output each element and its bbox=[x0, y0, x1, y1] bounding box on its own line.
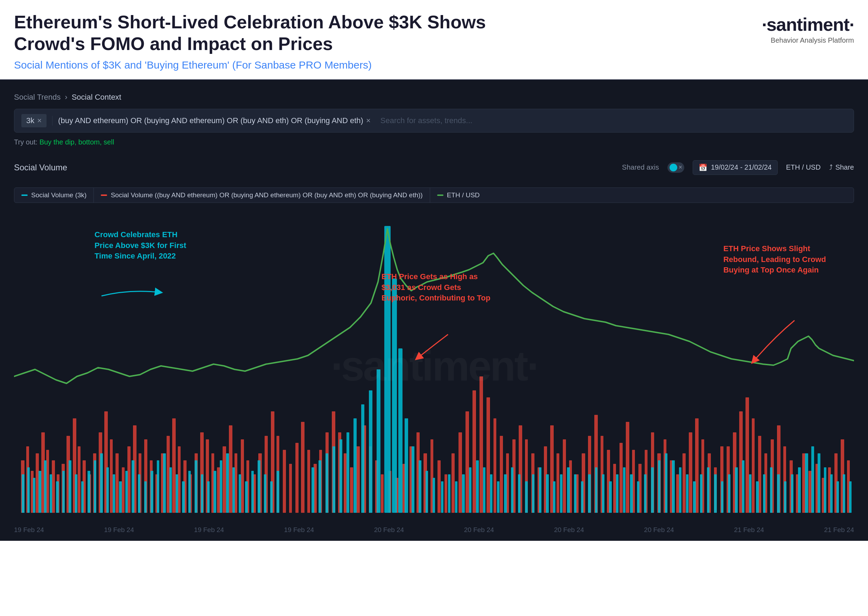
annotation-eth-price-high: ETH Price Gets as High as $3,031 as Crow… bbox=[381, 272, 490, 303]
svg-rect-211 bbox=[546, 475, 549, 513]
svg-rect-250 bbox=[818, 453, 821, 513]
breadcrumb: Social Trends › Social Context bbox=[14, 87, 854, 109]
svg-rect-253 bbox=[836, 481, 839, 513]
legend-color-green bbox=[437, 195, 443, 196]
shared-axis-label: Shared axis bbox=[622, 163, 659, 171]
svg-rect-74 bbox=[458, 432, 462, 513]
currency-selector[interactable]: ETH / USD bbox=[786, 163, 821, 171]
date-range-value: 19/02/24 - 21/02/24 bbox=[711, 163, 771, 171]
svg-rect-49 bbox=[295, 443, 299, 513]
arrow-1 bbox=[95, 286, 164, 306]
svg-rect-218 bbox=[595, 467, 597, 513]
svg-rect-235 bbox=[714, 475, 717, 513]
try-out-links[interactable]: Buy the dip, bottom, sell bbox=[39, 138, 114, 146]
svg-rect-139 bbox=[38, 471, 41, 513]
svg-rect-20 bbox=[128, 446, 131, 513]
date-range-picker[interactable]: 📅 19/02/24 - 21/02/24 bbox=[693, 160, 777, 175]
svg-rect-173 bbox=[251, 471, 254, 513]
toggle-close[interactable]: × bbox=[679, 164, 682, 171]
brand-name: ·santiment· bbox=[762, 14, 854, 35]
svg-rect-237 bbox=[728, 475, 731, 513]
svg-rect-243 bbox=[770, 467, 772, 513]
svg-rect-59 bbox=[356, 446, 360, 513]
breadcrumb-sep: › bbox=[65, 93, 67, 102]
search-bar[interactable]: 3k × (buy AND ethereum) OR (buying AND e… bbox=[14, 109, 854, 133]
chart-legend: Social Volume (3k) Social Volume ((buy A… bbox=[14, 187, 854, 203]
svg-rect-204 bbox=[497, 481, 499, 513]
svg-rect-199 bbox=[462, 475, 465, 513]
svg-rect-72 bbox=[444, 475, 447, 513]
legend-color-blue bbox=[21, 195, 28, 196]
svg-rect-232 bbox=[693, 481, 696, 513]
svg-rect-155 bbox=[138, 475, 140, 513]
svg-rect-186 bbox=[369, 390, 372, 513]
breadcrumb-current: Social Context bbox=[72, 93, 121, 102]
annotation-crowd-celebrates: Crowd Celebrates ETH Price Above $3K for… bbox=[95, 229, 186, 262]
svg-rect-165 bbox=[201, 475, 203, 513]
breadcrumb-link[interactable]: Social Trends bbox=[14, 93, 61, 102]
svg-rect-78 bbox=[487, 398, 490, 513]
svg-rect-150 bbox=[106, 467, 109, 513]
controls-right: Shared axis × 📅 19/02/24 - 21/02/24 ETH … bbox=[622, 160, 854, 175]
svg-rect-77 bbox=[479, 376, 483, 513]
svg-rect-119 bbox=[745, 398, 749, 513]
svg-rect-198 bbox=[455, 481, 457, 513]
svg-rect-149 bbox=[100, 453, 103, 513]
main-title: Ethereum's Short-Lived Celebration Above… bbox=[14, 11, 762, 55]
share-button[interactable]: ⤴ Share bbox=[829, 163, 854, 171]
try-out: Try out: Buy the dip, bottom, sell bbox=[14, 138, 854, 146]
svg-rect-51 bbox=[307, 450, 310, 513]
svg-rect-157 bbox=[151, 471, 153, 513]
tag-close-long[interactable]: × bbox=[366, 116, 371, 125]
svg-rect-5 bbox=[46, 450, 49, 513]
svg-rect-50 bbox=[301, 422, 304, 513]
x-label-6: 20 Feb 24 bbox=[554, 526, 584, 534]
svg-rect-169 bbox=[226, 453, 229, 513]
search-input[interactable]: Search for assets, trends... bbox=[380, 116, 473, 125]
x-label-5: 20 Feb 24 bbox=[464, 526, 494, 534]
svg-rect-181 bbox=[332, 446, 335, 513]
svg-rect-201 bbox=[476, 460, 479, 513]
svg-rect-221 bbox=[616, 475, 618, 513]
svg-rect-252 bbox=[830, 475, 833, 513]
svg-rect-161 bbox=[176, 475, 178, 513]
svg-rect-219 bbox=[602, 475, 605, 513]
svg-rect-209 bbox=[532, 475, 534, 513]
svg-rect-182 bbox=[340, 439, 342, 513]
svg-rect-205 bbox=[504, 475, 507, 513]
svg-rect-29 bbox=[178, 446, 181, 513]
svg-rect-178 bbox=[312, 467, 314, 513]
svg-rect-151 bbox=[113, 475, 115, 513]
svg-rect-143 bbox=[62, 471, 65, 513]
svg-rect-187 bbox=[377, 369, 380, 513]
shared-axis-toggle[interactable]: × bbox=[668, 162, 685, 173]
svg-rect-108 bbox=[676, 475, 679, 513]
svg-rect-224 bbox=[637, 481, 640, 513]
svg-rect-246 bbox=[791, 475, 794, 513]
svg-rect-170 bbox=[232, 467, 235, 513]
svg-rect-3 bbox=[36, 453, 39, 513]
arrow-2 bbox=[406, 327, 476, 362]
sub-title: Social Mentions of $3K and 'Buying Ether… bbox=[14, 59, 762, 71]
svg-rect-208 bbox=[525, 481, 528, 513]
svg-rect-207 bbox=[518, 475, 520, 513]
svg-rect-172 bbox=[245, 481, 248, 513]
tag-close-3k[interactable]: × bbox=[37, 116, 42, 125]
svg-rect-141 bbox=[50, 475, 52, 513]
svg-rect-48 bbox=[289, 464, 292, 513]
svg-rect-245 bbox=[784, 481, 786, 513]
svg-rect-179 bbox=[318, 460, 321, 513]
svg-rect-233 bbox=[700, 475, 703, 513]
svg-rect-180 bbox=[326, 453, 328, 513]
svg-rect-160 bbox=[169, 467, 172, 513]
svg-rect-193 bbox=[419, 460, 421, 513]
svg-rect-158 bbox=[157, 460, 159, 513]
svg-rect-167 bbox=[214, 471, 216, 513]
svg-rect-154 bbox=[132, 460, 134, 513]
svg-rect-38 bbox=[229, 425, 232, 513]
svg-rect-223 bbox=[630, 475, 633, 513]
svg-rect-156 bbox=[144, 481, 147, 513]
svg-rect-216 bbox=[581, 481, 583, 513]
svg-rect-194 bbox=[425, 471, 428, 513]
svg-rect-238 bbox=[735, 467, 738, 513]
